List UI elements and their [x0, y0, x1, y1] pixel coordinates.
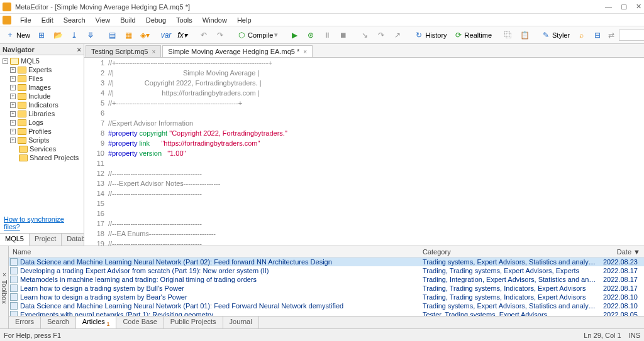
col-name[interactable]: Name: [9, 248, 419, 256]
styler-button[interactable]: ✎ Styler: [538, 29, 572, 41]
toolbox-tab-journal[interactable]: Journal: [223, 317, 259, 328]
status-ins: INS: [629, 332, 640, 339]
open-icon[interactable]: 📂: [50, 29, 65, 41]
tree-item-shared-projects[interactable]: Shared Projects: [1, 153, 82, 162]
status-bar: For Help, press F1 Ln 29, Col 1 INS: [0, 328, 644, 341]
toolbox-row[interactable]: Learn how to design a trading system by …: [9, 284, 644, 293]
tree-item-libraries[interactable]: +Libraries: [1, 109, 82, 118]
folder-icon: [18, 128, 26, 135]
tree-item-services[interactable]: Services: [1, 144, 82, 153]
row-date: 2022.08.17: [599, 276, 643, 283]
history-button[interactable]: ↻ History: [411, 29, 449, 41]
expand-icon[interactable]: +: [10, 138, 16, 143]
row-date: 2022.08.23: [599, 258, 643, 266]
menu-file[interactable]: File: [15, 15, 36, 25]
tree-root[interactable]: − MQL5: [1, 57, 82, 65]
menu-edit[interactable]: Edit: [36, 15, 58, 25]
tree-item-indicators[interactable]: +Indicators: [1, 100, 82, 109]
minimize-button[interactable]: —: [605, 3, 612, 11]
save-icon[interactable]: ⤓: [67, 29, 82, 41]
editor-tab[interactable]: Testing Script.mq5×: [86, 45, 161, 57]
toolbox-row[interactable]: Experiments with neural networks (Part 1…: [9, 310, 644, 316]
code-area[interactable]: 1234567891011121314151617181920212223242…: [84, 58, 644, 246]
tree-item-images[interactable]: +Images: [1, 83, 82, 92]
expand-icon[interactable]: +: [10, 120, 16, 126]
new-file-icon[interactable]: ⊞: [34, 29, 49, 41]
expand-icon[interactable]: +: [10, 129, 16, 134]
navigator-tree[interactable]: − MQL5 +Experts+Files+Images+Include+Ind…: [0, 55, 84, 213]
search-left-icon[interactable]: ⇄: [606, 30, 616, 40]
expand-icon[interactable]: +: [10, 85, 16, 90]
bookmark-icon[interactable]: ◈▾: [137, 29, 152, 41]
close-tab-icon[interactable]: ×: [303, 48, 307, 55]
menu-build[interactable]: Build: [115, 15, 140, 25]
pause-icon[interactable]: ⏸: [319, 29, 335, 41]
code-body[interactable]: //+-------------------------------------…: [108, 58, 644, 246]
tree-item-include[interactable]: +Include: [1, 92, 82, 100]
toolbox-close-icon[interactable]: ×: [3, 271, 6, 278]
menu-help[interactable]: Help: [232, 15, 257, 25]
toolbar-search-input[interactable]: [619, 30, 644, 41]
step-over-icon[interactable]: ↷: [374, 29, 389, 41]
menu-debug[interactable]: Debug: [141, 15, 171, 25]
tree-item-logs[interactable]: +Logs: [1, 118, 82, 127]
new-button[interactable]: ＋ New: [3, 29, 33, 41]
save-all-icon[interactable]: ⤋: [83, 29, 98, 41]
undo-icon[interactable]: ↶: [196, 29, 211, 41]
toolbox-tab-code-base[interactable]: Code Base: [116, 317, 164, 328]
toolbox-tab-public-projects[interactable]: Public Projects: [164, 317, 223, 328]
expand-icon[interactable]: +: [10, 94, 16, 99]
toolbox-tab-errors[interactable]: Errors: [9, 317, 41, 328]
menu-search[interactable]: Search: [58, 15, 91, 25]
toolbox-rows[interactable]: Data Science and Machine Learning Neural…: [9, 257, 644, 316]
col-date[interactable]: Date ▼: [600, 248, 644, 256]
toolbox-tab-articles[interactable]: Articles 1: [76, 317, 117, 328]
toolbox-row[interactable]: Metamodels in machine learning and tradi…: [9, 275, 644, 284]
editor-panel: Testing Script.mq5×Simple Moving Average…: [84, 44, 644, 246]
tree-item-files[interactable]: +Files: [1, 74, 82, 83]
realtime-button[interactable]: ⟳ Realtime: [451, 29, 494, 41]
maximize-button[interactable]: ▢: [621, 3, 627, 11]
editor-tab[interactable]: Simple Moving Average Hedging EA.mq5 *×: [162, 45, 313, 57]
nav-tab-project[interactable]: Project: [30, 234, 62, 246]
step-in-icon[interactable]: ↘: [357, 29, 372, 41]
terminal-icon[interactable]: ⊟: [590, 29, 605, 41]
tree-item-experts[interactable]: +Experts: [1, 65, 82, 74]
menu-tools[interactable]: Tools: [171, 15, 197, 25]
sync-files-link[interactable]: How to synchronize files?: [0, 213, 84, 233]
nav-tab-mql5[interactable]: MQL5: [0, 234, 30, 246]
expand-icon[interactable]: +: [10, 67, 16, 73]
close-tab-icon[interactable]: ×: [152, 48, 155, 55]
status-position: Ln 29, Col 1: [584, 332, 621, 339]
var-icon[interactable]: var: [158, 29, 174, 41]
run2-icon[interactable]: ⊛: [303, 29, 318, 41]
close-button[interactable]: ✕: [636, 3, 641, 11]
menu-window[interactable]: Window: [197, 15, 232, 25]
step-out-icon[interactable]: ↗: [390, 29, 405, 41]
row-category: Tester, Trading systems, Expert Advisors: [423, 311, 599, 316]
tree-item-scripts[interactable]: +Scripts: [1, 136, 82, 144]
expand-icon[interactable]: +: [10, 76, 16, 82]
tree-item-profiles[interactable]: +Profiles: [1, 127, 82, 136]
navigator-close-icon[interactable]: ×: [77, 46, 81, 53]
col-category[interactable]: Category: [419, 248, 600, 256]
stop-icon[interactable]: ⏹: [336, 29, 351, 41]
collapse-icon[interactable]: −: [3, 58, 8, 64]
navigator-toggle[interactable]: ▤: [104, 29, 119, 41]
expand-icon[interactable]: +: [10, 102, 16, 108]
paste-icon[interactable]: 📋: [517, 29, 532, 41]
run-icon[interactable]: ▶: [287, 29, 302, 41]
expand-icon[interactable]: +: [10, 111, 16, 117]
toolbox-row[interactable]: Developing a trading Expert Advisor from…: [9, 266, 644, 275]
find-icon[interactable]: ⌕: [574, 29, 589, 41]
toolbox-row[interactable]: Data Science and Machine Learning Neural…: [9, 301, 644, 310]
toolbox-row[interactable]: Data Science and Machine Learning Neural…: [9, 257, 644, 266]
redo-icon[interactable]: ↷: [213, 29, 228, 41]
fx-icon[interactable]: fx▾: [175, 29, 190, 41]
menu-view[interactable]: View: [91, 15, 116, 25]
compile-button[interactable]: ⬡ Compile ▾: [234, 29, 280, 41]
toolbox-row[interactable]: Learn how to design a trading system by …: [9, 293, 644, 301]
toolbox-toggle[interactable]: ▦: [121, 29, 136, 41]
toolbox-tab-search[interactable]: Search: [41, 317, 76, 328]
copy-icon[interactable]: ⿻: [501, 29, 516, 41]
